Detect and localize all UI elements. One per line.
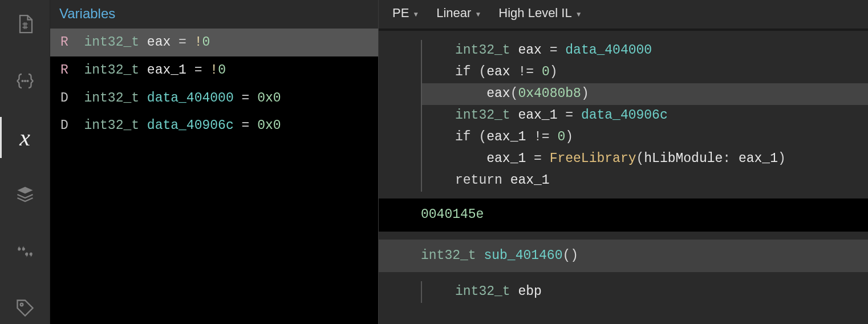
code-line[interactable]: int32_t eax = data_404000 <box>421 40 868 62</box>
hash-file-icon[interactable] <box>0 8 50 40</box>
code-line[interactable]: int32_t ebp <box>421 281 868 303</box>
variables-list: R int32_t eax = !0 R int32_t eax_1 = !0 … <box>50 29 378 324</box>
code-pane: PE▼ Linear▼ High Level IL▼ int32_t eax =… <box>379 0 868 324</box>
chevron-down-icon: ▼ <box>412 10 419 18</box>
variables-panel: Variables R int32_t eax = !0 R int32_t e… <box>50 0 379 324</box>
layers-icon[interactable] <box>0 179 50 210</box>
chevron-down-icon: ▼ <box>575 10 582 18</box>
variables-title: Variables <box>50 0 378 29</box>
code-line[interactable]: int32_t eax_1 = data_40906c <box>421 105 868 127</box>
variable-row[interactable]: D int32_t data_404000 = 0x0 <box>50 84 378 112</box>
code-body[interactable]: int32_t eax = data_404000 if (eax != 0) … <box>379 31 868 324</box>
svg-point-0 <box>22 80 23 82</box>
tag-icon[interactable] <box>0 292 50 324</box>
chevron-down-icon: ▼ <box>474 10 481 18</box>
quotes-icon[interactable] <box>0 236 50 268</box>
variable-row[interactable]: R int32_t eax_1 = !0 <box>50 56 378 84</box>
braces-icon[interactable] <box>0 65 50 97</box>
sidebar-icon-rail: x <box>0 0 50 324</box>
code-line[interactable]: if (eax != 0) <box>421 62 868 83</box>
linear-dropdown[interactable]: Linear▼ <box>436 6 481 21</box>
code-line[interactable]: return eax_1 <box>421 170 868 192</box>
variable-row[interactable]: D int32_t data_40906c = 0x0 <box>50 112 378 140</box>
code-line[interactable]: if (eax_1 != 0) <box>421 127 868 148</box>
svg-point-3 <box>20 303 23 306</box>
svg-point-2 <box>27 80 28 82</box>
address-label[interactable]: 0040145e <box>379 199 868 232</box>
il-dropdown[interactable]: High Level IL▼ <box>498 6 582 21</box>
pe-dropdown[interactable]: PE▼ <box>392 6 419 21</box>
variables-icon[interactable]: x <box>0 122 50 153</box>
view-toolbar: PE▼ Linear▼ High Level IL▼ <box>379 0 868 31</box>
variable-row[interactable]: R int32_t eax = !0 <box>50 29 378 56</box>
svg-point-1 <box>25 80 26 82</box>
function-signature[interactable]: int32_t sub_401460() <box>379 240 868 273</box>
code-line[interactable]: eax_1 = FreeLibrary(hLibModule: eax_1) <box>421 148 868 170</box>
code-line[interactable]: eax(0x4080b8) <box>421 83 868 105</box>
